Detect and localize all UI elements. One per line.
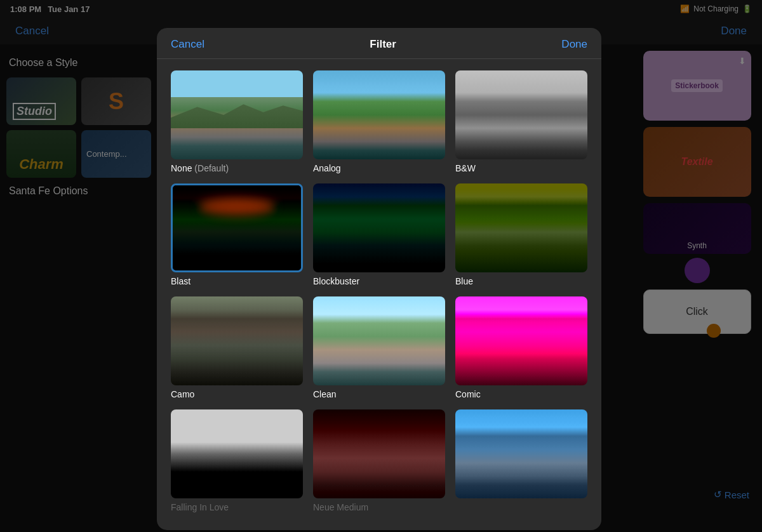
filter-blast-thumb <box>171 183 303 272</box>
filter-row4-3[interactable] <box>450 404 592 517</box>
filter-neue-medium-label: Neue Medium <box>313 502 445 512</box>
filter-analog-label: Analog <box>313 163 445 173</box>
filter-camo[interactable]: Camo <box>166 291 308 404</box>
filter-blue-thumb <box>455 183 587 272</box>
modal-done-button[interactable]: Done <box>561 38 587 51</box>
filter-blockbuster-label: Blockbuster <box>313 276 445 286</box>
filter-falling-in-love-thumb <box>171 409 303 498</box>
filter-blockbuster[interactable]: Blockbuster <box>308 178 450 291</box>
modal-cancel-button[interactable]: Cancel <box>171 38 204 51</box>
filter-none-label: None (Default) <box>171 163 303 173</box>
modal-header: Cancel Filter Done <box>157 28 601 59</box>
filter-comic-thumb <box>455 296 587 385</box>
filter-camo-label: Camo <box>171 389 303 399</box>
filter-comic[interactable]: Comic <box>450 291 592 404</box>
filter-bw-thumb <box>455 70 587 159</box>
filter-analog-thumb <box>313 70 445 159</box>
filter-blast[interactable]: Blast <box>166 178 308 291</box>
filter-bw[interactable]: B&W <box>450 65 592 178</box>
filter-falling-in-love[interactable]: Falling In Love <box>166 404 308 517</box>
filter-bw-label: B&W <box>455 163 587 173</box>
filter-clean-thumb <box>313 296 445 385</box>
filter-blockbuster-thumb <box>313 183 445 272</box>
filter-row4-3-thumb <box>455 409 587 498</box>
filter-clean-label: Clean <box>313 389 445 399</box>
filter-clean[interactable]: Clean <box>308 291 450 404</box>
filter-neue-medium-thumb <box>313 409 445 498</box>
filter-blue[interactable]: Blue <box>450 178 592 291</box>
filter-neue-medium[interactable]: Neue Medium <box>308 404 450 517</box>
modal-title: Filter <box>370 38 396 51</box>
filter-blast-label: Blast <box>171 276 303 286</box>
filter-modal: Cancel Filter Done None (Default) Analog… <box>157 28 601 530</box>
filter-grid: None (Default) Analog B&W Blast Blockbus… <box>157 59 601 524</box>
filter-camo-thumb <box>171 296 303 385</box>
filter-comic-label: Comic <box>455 389 587 399</box>
filter-none-thumb <box>171 70 303 159</box>
filter-analog[interactable]: Analog <box>308 65 450 178</box>
filter-none[interactable]: None (Default) <box>166 65 308 178</box>
filter-falling-in-love-label: Falling In Love <box>171 502 303 512</box>
filter-blue-label: Blue <box>455 276 587 286</box>
